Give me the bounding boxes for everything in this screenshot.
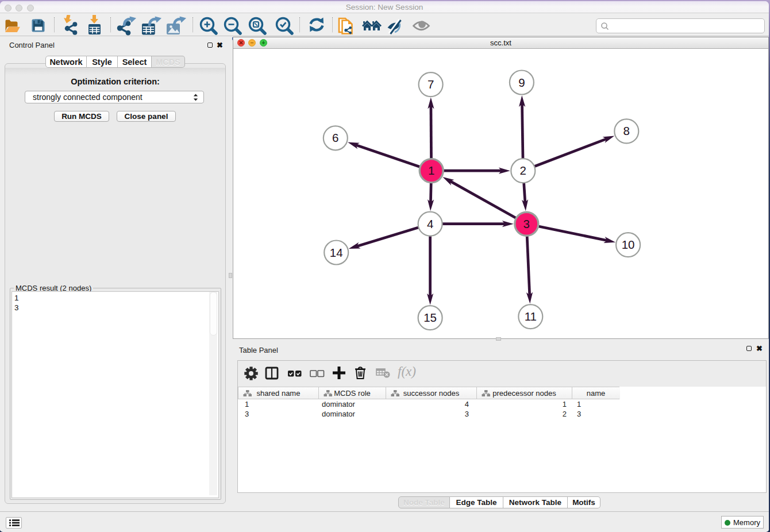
svg-text:9: 9	[518, 76, 525, 89]
svg-text:3: 3	[523, 217, 530, 230]
svg-text:15: 15	[424, 311, 437, 324]
svg-text:14: 14	[330, 246, 343, 259]
svg-text:11: 11	[525, 310, 537, 323]
svg-text:4: 4	[427, 217, 433, 230]
svg-text:8: 8	[623, 124, 630, 137]
svg-text:1: 1	[428, 164, 434, 177]
svg-text:6: 6	[332, 131, 338, 144]
svg-text:10: 10	[622, 238, 635, 251]
svg-text:7: 7	[428, 78, 434, 91]
svg-text:2: 2	[520, 164, 526, 177]
